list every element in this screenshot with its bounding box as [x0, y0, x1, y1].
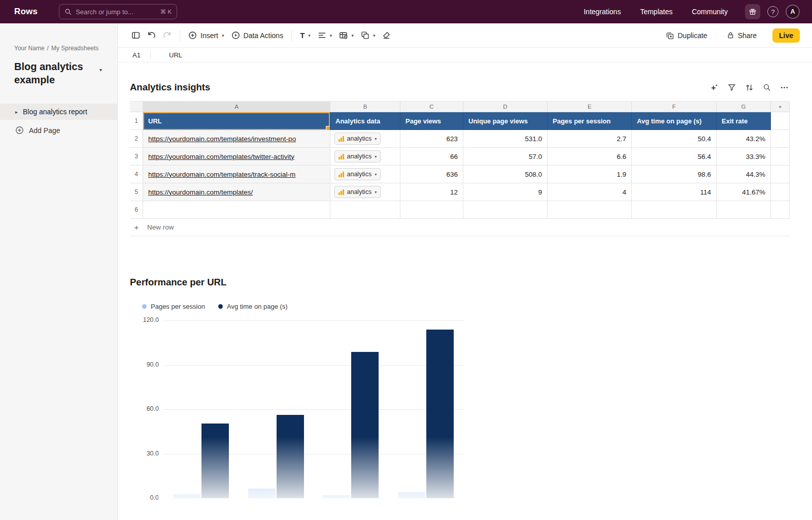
cell-value[interactable]: 114: [632, 183, 717, 201]
column-letter[interactable]: C: [400, 102, 463, 112]
header-cell[interactable]: Avg time on page (s): [632, 112, 717, 130]
alignment-button[interactable]: ▾: [314, 28, 336, 43]
cell-value[interactable]: 9: [463, 183, 548, 201]
row-number[interactable]: 2: [130, 130, 143, 148]
add-column-button[interactable]: +: [771, 102, 790, 112]
url-link[interactable]: https://yourdomain.com/templates/track-s…: [148, 171, 295, 178]
column-letter[interactable]: B: [330, 102, 400, 112]
cell-value[interactable]: 98.6: [632, 166, 717, 183]
new-row-button[interactable]: + New row: [130, 219, 790, 236]
cell-value[interactable]: 44.3%: [717, 166, 771, 183]
cell-reference[interactable]: A1: [129, 51, 144, 59]
column-letter[interactable]: A: [143, 102, 330, 112]
row-number[interactable]: 4: [130, 166, 143, 183]
url-cell[interactable]: https://yourdomain.com/templates/investm…: [143, 130, 330, 148]
row-number[interactable]: 5: [130, 183, 143, 201]
clear-formatting-button[interactable]: [379, 28, 394, 43]
corner-cell[interactable]: [130, 102, 143, 112]
avatar[interactable]: A: [786, 5, 800, 19]
nav-community[interactable]: Community: [692, 8, 728, 16]
empty-cell[interactable]: [771, 183, 790, 201]
nav-integrations[interactable]: Integrations: [584, 8, 621, 16]
analytics-cell[interactable]: analytics▾: [330, 130, 400, 148]
breadcrumb-owner[interactable]: Your Name: [14, 45, 45, 52]
column-letter[interactable]: F: [632, 102, 717, 112]
cell-value[interactable]: 2.7: [548, 130, 632, 148]
breadcrumb-folder[interactable]: My Spreadsheets: [51, 45, 98, 52]
empty-cell[interactable]: [771, 148, 790, 166]
analytics-chip[interactable]: analytics▾: [334, 186, 381, 198]
sort-icon[interactable]: [745, 83, 754, 92]
data-actions-button[interactable]: Data Actions: [228, 28, 287, 43]
url-cell[interactable]: https://yourdomain.com/templates/: [143, 183, 330, 201]
empty-cell[interactable]: [771, 166, 790, 183]
row-number[interactable]: 6: [130, 201, 143, 219]
empty-cell[interactable]: [330, 201, 400, 219]
row-number[interactable]: 1: [130, 112, 143, 130]
cell-value[interactable]: 33.3%: [717, 148, 771, 166]
formula-input[interactable]: URL: [157, 51, 182, 59]
table-title[interactable]: Analytics insights: [130, 82, 210, 93]
analytics-chip[interactable]: analytics▾: [334, 168, 381, 180]
share-button[interactable]: Share: [723, 28, 760, 43]
add-row-plus-icon[interactable]: +: [130, 219, 143, 236]
empty-cell[interactable]: [632, 201, 717, 219]
empty-cell[interactable]: [771, 112, 790, 130]
header-cell[interactable]: Pages per session: [548, 112, 632, 130]
cell-value[interactable]: 43.2%: [717, 130, 771, 148]
search-icon[interactable]: [763, 83, 771, 91]
empty-cell[interactable]: [463, 201, 548, 219]
cell-format-button[interactable]: ▾: [335, 28, 357, 43]
analytics-cell[interactable]: analytics▾: [330, 148, 400, 166]
column-letter[interactable]: E: [548, 102, 632, 112]
filter-icon[interactable]: [728, 83, 736, 91]
cell-value[interactable]: 56.4: [632, 148, 717, 166]
cell-value[interactable]: 41.67%: [717, 183, 771, 201]
header-cell[interactable]: Page views: [400, 112, 463, 130]
empty-cell[interactable]: [771, 201, 790, 219]
cell-value[interactable]: 531.0: [463, 130, 548, 148]
analytics-cell[interactable]: analytics▾: [330, 183, 400, 201]
spreadsheet-title-row[interactable]: Blog analytics example ▾: [14, 60, 105, 86]
column-letter[interactable]: G: [717, 102, 771, 112]
sidebar-page-item[interactable]: ▸ Blog analytics report: [0, 104, 117, 120]
url-cell[interactable]: https://yourdomain.com/templates/track-s…: [143, 166, 330, 183]
empty-cell[interactable]: [771, 130, 790, 148]
spreadsheet-title[interactable]: Blog analytics example: [14, 60, 91, 86]
url-cell[interactable]: https://yourdomain.com/templates/twitter…: [143, 148, 330, 166]
header-cell[interactable]: Exit rate: [717, 112, 771, 130]
analytics-cell[interactable]: analytics▾: [330, 166, 400, 183]
column-letter[interactable]: D: [463, 102, 548, 112]
rows-logo[interactable]: Rows: [14, 7, 38, 17]
cell-value[interactable]: 1.9: [548, 166, 632, 183]
cell-value[interactable]: 6.6: [548, 148, 632, 166]
cell-value[interactable]: 4: [548, 183, 632, 201]
cell-value[interactable]: 66: [400, 148, 463, 166]
header-cell[interactable]: Unique page views: [463, 112, 548, 130]
duplicate-button[interactable]: Duplicate: [662, 28, 710, 43]
undo-button[interactable]: [144, 28, 159, 43]
cell-value[interactable]: 50.4: [632, 130, 717, 148]
empty-cell[interactable]: [400, 201, 463, 219]
cell-value[interactable]: 508.0: [463, 166, 548, 183]
add-page-button[interactable]: Add Page: [15, 126, 117, 135]
text-format-button[interactable]: T ▾: [296, 28, 314, 43]
search-box[interactable]: ⌘ K: [59, 4, 177, 19]
chevron-down-icon[interactable]: ▾: [99, 67, 102, 73]
cell-value[interactable]: 636: [400, 166, 463, 183]
analytics-chip[interactable]: analytics▾: [334, 150, 381, 162]
insert-button[interactable]: Insert ▾: [185, 28, 228, 43]
search-input[interactable]: [76, 8, 140, 16]
merge-cells-button[interactable]: ▾: [357, 28, 379, 43]
url-link[interactable]: https://yourdomain.com/templates/twitter…: [148, 153, 294, 160]
ai-sparkle-icon[interactable]: [710, 83, 719, 92]
redo-button[interactable]: [159, 28, 175, 43]
row-number[interactable]: 3: [130, 148, 143, 166]
empty-cell[interactable]: [717, 201, 771, 219]
analytics-chip[interactable]: analytics▾: [334, 133, 381, 145]
nav-templates[interactable]: Templates: [640, 8, 672, 16]
help-button[interactable]: ?: [767, 6, 779, 17]
cell-value[interactable]: 12: [400, 183, 463, 201]
header-cell[interactable]: Analytics data: [330, 112, 400, 130]
toggle-sidebar-button[interactable]: [128, 28, 144, 43]
